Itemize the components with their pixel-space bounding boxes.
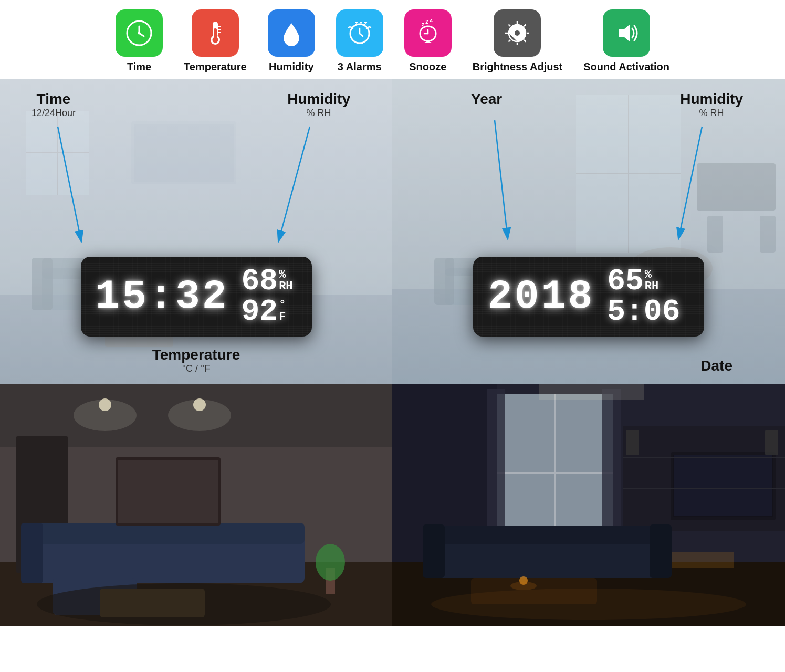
svg-text:z: z <box>425 19 428 25</box>
left-clock-humidity: 68 % RH <box>242 266 293 297</box>
left-clock-container: 15:32 68 % RH 92 ° F <box>81 257 312 337</box>
svg-text:z: z <box>430 19 433 24</box>
left-temp-f: F <box>279 311 286 323</box>
svg-rect-104 <box>434 526 671 544</box>
svg-rect-62 <box>760 216 776 253</box>
right-clock-humidity: 65 % RH <box>607 266 658 297</box>
svg-point-22 <box>515 30 520 36</box>
svg-point-111 <box>510 582 537 590</box>
svg-rect-57 <box>434 258 454 305</box>
svg-rect-101 <box>626 430 639 455</box>
right-panel: Year Humidity % RH Date <box>392 79 785 384</box>
svg-line-13 <box>360 34 363 36</box>
svg-point-76 <box>37 583 331 625</box>
icon-time: Time <box>116 9 163 73</box>
right-humidity-rh: RH <box>645 281 658 292</box>
svg-rect-45 <box>134 124 234 182</box>
svg-marker-31 <box>619 24 630 42</box>
snooze-icon-box: z z z <box>404 9 452 57</box>
brightness-icon-box <box>494 9 541 57</box>
main-content: Time 12/24Hour Humidity % RH Temperature… <box>0 79 785 384</box>
svg-rect-102 <box>765 430 778 455</box>
sound-label: Sound Activation <box>583 61 669 73</box>
bottom-left-svg <box>0 384 392 626</box>
alarms-icon-box: z z z <box>336 9 383 57</box>
icon-snooze: z z z Snooze <box>404 9 452 73</box>
left-humidity-rh: RH <box>279 281 292 292</box>
svg-rect-72 <box>32 523 305 544</box>
left-temp-value: 92 <box>242 297 278 327</box>
left-clock-time: 15:32 <box>96 276 229 317</box>
right-clock-container: 2018 65 % RH 5:06 <box>473 257 704 337</box>
left-humidity-value: 68 <box>242 266 278 297</box>
humidity-icon-box <box>268 9 315 57</box>
svg-rect-61 <box>707 216 723 253</box>
svg-rect-105 <box>423 524 445 578</box>
svg-rect-109 <box>539 384 644 400</box>
temperature-icon-box <box>192 9 239 57</box>
brightness-label: Brightness Adjust <box>473 61 563 73</box>
icon-sound: Sound Activation <box>583 9 669 73</box>
humidity-label: Humidity <box>269 61 314 73</box>
left-panel: Time 12/24Hour Humidity % RH Temperature… <box>0 79 392 384</box>
icon-alarms: z z z 3 Alarms <box>336 9 383 73</box>
left-clock-body: 15:32 68 % RH 92 ° F <box>81 257 312 337</box>
svg-point-7 <box>212 37 218 43</box>
sound-icon-box <box>603 9 650 57</box>
left-temp-deg: ° <box>279 300 286 311</box>
right-clock-info: 65 % RH 5:06 <box>607 266 680 327</box>
svg-line-27 <box>509 25 511 27</box>
svg-line-29 <box>524 25 526 27</box>
svg-rect-106 <box>650 524 672 578</box>
right-humidity-pct: % <box>645 269 658 281</box>
bottom-content <box>0 384 785 626</box>
time-label: Time <box>127 61 151 73</box>
left-room-sketch <box>0 79 392 384</box>
svg-point-82 <box>316 544 345 581</box>
svg-rect-39 <box>32 258 53 310</box>
alarms-label: 3 Alarms <box>338 61 382 73</box>
snooze-label: Snooze <box>409 61 446 73</box>
svg-rect-78 <box>118 460 218 523</box>
svg-text:z z z: z z z <box>355 20 367 26</box>
right-date-value: 5:06 <box>607 297 680 327</box>
svg-rect-73 <box>21 523 43 583</box>
icon-brightness: Brightness Adjust <box>473 9 563 73</box>
left-clock-temp: 92 ° F <box>242 297 286 327</box>
right-room-sketch <box>392 79 785 384</box>
svg-rect-98 <box>623 426 785 531</box>
bottom-right-room <box>392 384 785 626</box>
icon-humidity: Humidity <box>268 9 315 73</box>
left-humidity-pct: % <box>279 269 292 281</box>
svg-point-84 <box>168 400 231 431</box>
svg-line-30 <box>509 40 511 42</box>
temperature-label: Temperature <box>184 61 247 73</box>
svg-line-28 <box>524 40 526 42</box>
svg-point-108 <box>431 589 746 620</box>
right-clock-year: 2018 <box>488 276 594 317</box>
right-clock-body: 2018 65 % RH 5:06 <box>473 257 704 337</box>
right-humidity-value: 65 <box>607 266 644 297</box>
icon-temperature: Temperature <box>184 9 247 73</box>
icons-row: Time Temperature Humidity <box>0 0 785 79</box>
svg-text:z: z <box>422 22 424 27</box>
bottom-left-room <box>0 384 392 626</box>
svg-point-83 <box>74 400 137 431</box>
time-icon-box <box>116 9 163 57</box>
left-clock-info: 68 % RH 92 ° F <box>242 266 293 327</box>
svg-point-3 <box>138 32 141 35</box>
svg-rect-60 <box>697 163 776 211</box>
right-clock-date: 5:06 <box>607 297 680 327</box>
bottom-right-svg <box>392 384 785 626</box>
